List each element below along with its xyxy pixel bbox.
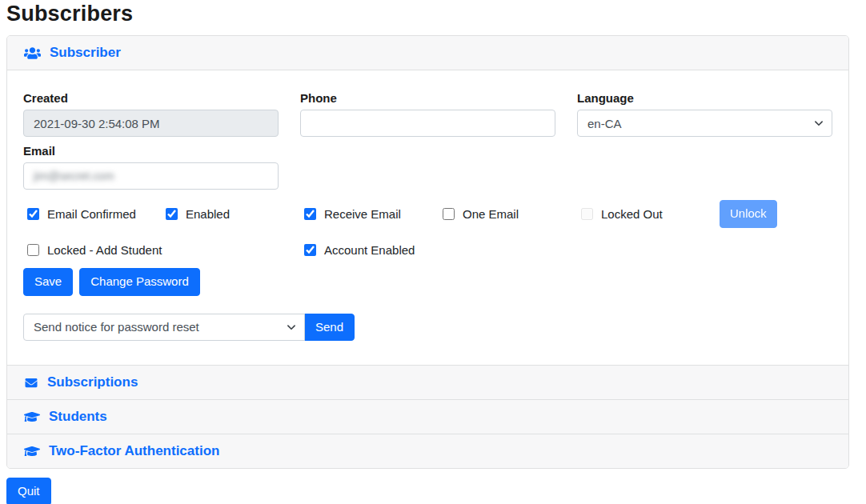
one-email-checkbox-row[interactable]: One Email: [443, 207, 581, 221]
locked-out-checkbox: [581, 208, 593, 220]
envelope-icon: [24, 377, 38, 389]
locked-out-checkbox-row: Locked Out: [581, 207, 720, 221]
enabled-checkbox[interactable]: [166, 208, 178, 220]
save-button[interactable]: Save: [23, 268, 73, 296]
phone-label: Phone: [300, 91, 555, 105]
page-title: Subscribers: [6, 2, 849, 26]
send-button[interactable]: Send: [304, 314, 355, 342]
checkbox-label: Enabled: [186, 207, 230, 221]
section-header-subscriber[interactable]: Subscriber: [7, 36, 848, 70]
subscribers-page: Subscribers Subscriber Created Phone: [0, 0, 866, 504]
section-label-subscriptions: Subscriptions: [47, 374, 138, 390]
created-field: Created: [23, 91, 279, 137]
receive-email-checkbox[interactable]: [304, 208, 316, 220]
section-header-two-factor[interactable]: Two-Factor Authentication: [7, 434, 848, 468]
created-input: [23, 110, 279, 137]
footer: Quit: [6, 478, 849, 504]
email-confirmed-checkbox[interactable]: [27, 208, 39, 220]
section-label-subscriber: Subscriber: [50, 45, 121, 61]
email-confirmed-checkbox-row[interactable]: Email Confirmed: [27, 207, 166, 221]
email-redacted-value: jim@secret.com: [34, 170, 114, 182]
email-input[interactable]: jim@secret.com: [23, 162, 279, 190]
checkbox-grid: Email Confirmed Enabled Receive Email On…: [27, 200, 832, 257]
locked-add-student-checkbox-row[interactable]: Locked - Add Student: [27, 243, 304, 257]
section-label-two-factor: Two-Factor Authentication: [49, 443, 219, 459]
checkbox-label: Locked Out: [601, 207, 663, 221]
subscriber-panel: Created Phone Language en-CA: [7, 70, 848, 365]
language-select[interactable]: en-CA: [577, 110, 832, 137]
notice-select[interactable]: Send notice for password reset: [23, 314, 305, 341]
language-label: Language: [577, 91, 832, 105]
send-notice-group: Send notice for password reset Send: [23, 314, 832, 342]
unlock-button[interactable]: Unlock: [720, 200, 777, 228]
account-enabled-checkbox[interactable]: [304, 244, 316, 256]
one-email-checkbox[interactable]: [443, 208, 455, 220]
checkbox-label: Locked - Add Student: [47, 243, 162, 257]
checkbox-label: Receive Email: [324, 207, 401, 221]
phone-input[interactable]: [300, 110, 555, 137]
users-icon: [24, 46, 41, 60]
subscriber-accordion: Subscriber Created Phone Language en-CA: [6, 35, 849, 469]
checkbox-label: Account Enabled: [324, 243, 415, 257]
field-row: Created Phone Language en-CA: [23, 91, 832, 137]
account-enabled-checkbox-row[interactable]: Account Enabled: [304, 243, 443, 257]
phone-field: Phone: [300, 91, 555, 137]
checkbox-label: One Email: [463, 207, 519, 221]
language-field: Language en-CA: [577, 91, 832, 137]
locked-add-student-checkbox[interactable]: [27, 244, 39, 256]
receive-email-checkbox-row[interactable]: Receive Email: [304, 207, 443, 221]
enabled-checkbox-row[interactable]: Enabled: [166, 207, 304, 221]
change-password-button[interactable]: Change Password: [79, 268, 200, 296]
section-label-students: Students: [49, 409, 107, 425]
graduation-cap-icon: [24, 410, 40, 423]
graduation-cap-icon: [24, 445, 40, 458]
email-label: Email: [23, 144, 279, 158]
checkbox-label: Email Confirmed: [47, 207, 136, 221]
created-label: Created: [23, 91, 279, 105]
email-field: Email jim@secret.com: [23, 144, 279, 190]
quit-button[interactable]: Quit: [6, 478, 51, 504]
unlock-cell: Unlock: [720, 200, 832, 228]
section-header-subscriptions[interactable]: Subscriptions: [7, 365, 848, 399]
action-buttons: Save Change Password: [23, 268, 832, 296]
section-header-students[interactable]: Students: [7, 399, 848, 434]
